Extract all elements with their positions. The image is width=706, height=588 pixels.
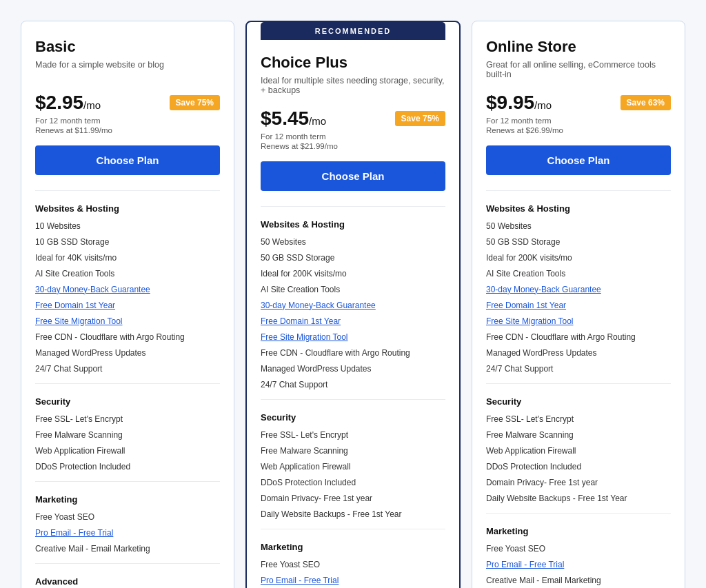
choose-plan-button[interactable]: Choose Plan [486, 145, 671, 175]
plan-price: $9.95/mo [486, 92, 552, 114]
list-item: Creative Mail - Email Marketing [486, 572, 671, 588]
list-item: 24/7 Chat Support [35, 361, 220, 376]
list-item: Web Application Firewall [486, 443, 671, 458]
plan-name: Basic [35, 38, 220, 56]
plan-price: $2.95/mo [35, 92, 101, 114]
list-item: Free Malware Scanning [35, 427, 220, 443]
plan-name: Online Store [486, 38, 671, 56]
list-item: 50 Websites [261, 234, 445, 250]
section-divider [486, 383, 671, 384]
list-item: Free Site Migration Tool [486, 313, 671, 329]
list-item: 24/7 Chat Support [261, 376, 445, 392]
term-info: For 12 month term [486, 116, 671, 125]
price-row: $2.95/mo Save 75% [35, 92, 220, 114]
list-item: Web Application Firewall [261, 458, 445, 474]
choose-plan-button[interactable]: Choose Plan [261, 161, 445, 191]
feature-list: Free SSL- Let's EncryptFree Malware Scan… [261, 427, 445, 522]
list-item: Free Domain 1st Year [35, 297, 220, 313]
list-item: 50 GB SSD Storage [261, 250, 445, 265]
feature-link[interactable]: Free Site Migration Tool [486, 316, 574, 326]
feature-list: Free Yoast SEOPro Email - Free TrialCrea… [261, 556, 445, 588]
list-item: Free Malware Scanning [486, 427, 671, 443]
section-divider [35, 383, 220, 384]
list-item: 24/7 Chat Support [486, 361, 671, 376]
list-item: AI Site Creation Tools [486, 265, 671, 281]
feature-link[interactable]: 30-day Money-Back Guarantee [261, 301, 376, 310]
recommended-badge: RECOMMENDED [261, 22, 445, 40]
section-title: Marketing [486, 526, 671, 536]
list-item: Web Application Firewall [35, 443, 220, 458]
list-item: Ideal for 40K visits/mo [35, 250, 220, 265]
list-item: Free Domain 1st Year [486, 297, 671, 313]
plan-tagline: Ideal for multiple sites needing storage… [261, 76, 445, 98]
list-item: Managed WordPress Updates [486, 345, 671, 361]
list-item: Managed WordPress Updates [35, 345, 220, 361]
pricing-container: BasicMade for a simple website or blog $… [14, 14, 692, 588]
section-divider [486, 513, 671, 514]
term-info: For 12 month term [261, 132, 445, 141]
save-badge: Save 75% [170, 95, 220, 110]
feature-link[interactable]: Free Domain 1st Year [486, 301, 566, 310]
section-title: Marketing [35, 494, 220, 505]
feature-list: Free SSL- Let's EncryptFree Malware Scan… [486, 411, 671, 506]
feature-link[interactable]: Pro Email - Free Trial [35, 528, 113, 538]
section-divider [486, 190, 671, 191]
feature-link[interactable]: 30-day Money-Back Guarantee [35, 285, 150, 294]
list-item: Daily Website Backups - Free 1st Year [261, 506, 445, 522]
list-item: 30-day Money-Back Guarantee [261, 297, 445, 313]
plan-tagline: Great for all online selling, eCommerce … [486, 60, 671, 82]
term-info: For 12 month term [35, 116, 220, 125]
choose-plan-button[interactable]: Choose Plan [35, 145, 220, 175]
list-item: Free Yoast SEO [486, 540, 671, 556]
list-item: Free CDN - Cloudflare with Argo Routing [486, 329, 671, 345]
feature-link[interactable]: Free Domain 1st Year [261, 316, 341, 326]
feature-link[interactable]: Free Domain 1st Year [35, 301, 115, 310]
feature-link[interactable]: 30-day Money-Back Guarantee [486, 285, 601, 294]
section-title: Websites & Hosting [261, 219, 445, 230]
renews-info: Renews at $26.99/mo [486, 126, 671, 134]
list-item: 30-day Money-Back Guarantee [35, 281, 220, 297]
feature-link[interactable]: Free Site Migration Tool [261, 332, 348, 342]
section-divider [35, 481, 220, 482]
plan-name: Choice Plus [261, 54, 445, 72]
list-item: Free Malware Scanning [261, 443, 445, 458]
list-item: 30-day Money-Back Guarantee [486, 281, 671, 297]
feature-list: 10 Websites10 GB SSD StorageIdeal for 40… [35, 218, 220, 376]
list-item: Pro Email - Free Trial [261, 572, 445, 588]
list-item: Pro Email - Free Trial [486, 556, 671, 572]
plan-card-online-store: Online StoreGreat for all online selling… [472, 21, 685, 588]
list-item: Free Domain 1st Year [261, 313, 445, 329]
list-item: AI Site Creation Tools [35, 265, 220, 281]
section-title: Marketing [261, 542, 445, 552]
list-item: DDoS Protection Included [486, 458, 671, 474]
feature-list: Free Yoast SEOPro Email - Free TrialCrea… [35, 509, 220, 556]
list-item: AI Site Creation Tools [261, 281, 445, 297]
save-badge: Save 63% [621, 95, 671, 110]
section-title: Advanced [35, 576, 220, 587]
section-divider [35, 563, 220, 564]
plan-card-choice-plus: RECOMMENDEDChoice PlusIdeal for multiple… [245, 21, 461, 588]
list-item: DDoS Protection Included [35, 458, 220, 474]
section-divider [261, 206, 445, 207]
section-title: Security [35, 396, 220, 407]
save-badge: Save 75% [395, 111, 445, 126]
section-divider [35, 190, 220, 191]
section-title: Websites & Hosting [35, 203, 220, 214]
feature-link[interactable]: Pro Email - Free Trial [486, 560, 564, 569]
list-item: Domain Privacy- Free 1st year [261, 490, 445, 506]
feature-link[interactable]: Free Site Migration Tool [35, 316, 123, 326]
renews-info: Renews at $11.99/mo [35, 126, 220, 134]
list-item: 10 GB SSD Storage [35, 234, 220, 250]
list-item: Free Yoast SEO [35, 509, 220, 525]
feature-list: Free SSL- Let's EncryptFree Malware Scan… [35, 411, 220, 474]
list-item: Managed WordPress Updates [261, 361, 445, 376]
list-item: DDoS Protection Included [261, 474, 445, 490]
list-item: Free Yoast SEO [261, 556, 445, 572]
list-item: 50 GB SSD Storage [486, 234, 671, 250]
section-title: Security [261, 412, 445, 423]
list-item: Free SSL- Let's Encrypt [261, 427, 445, 443]
feature-link[interactable]: Pro Email - Free Trial [261, 576, 339, 585]
list-item: Domain Privacy- Free 1st year [486, 474, 671, 490]
section-title: Websites & Hosting [486, 203, 671, 214]
feature-list: Free Yoast SEOPro Email - Free TrialCrea… [486, 540, 671, 588]
